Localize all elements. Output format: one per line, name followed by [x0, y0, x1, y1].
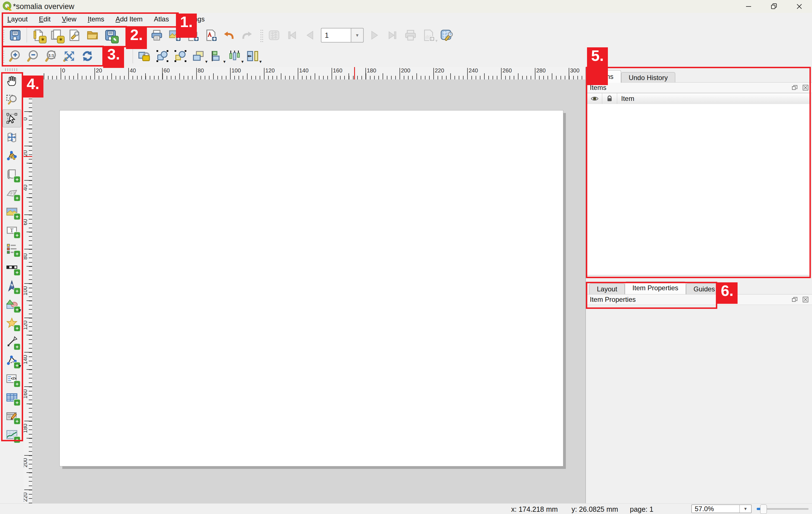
new-layout-button[interactable] [30, 27, 47, 44]
add-page-tool-button[interactable] [3, 166, 21, 183]
toolbox-grip[interactable] [5, 68, 19, 71]
resize-items-dropdown-icon[interactable] [259, 59, 262, 64]
zoom-out-button[interactable] [25, 47, 42, 65]
add-shape-tool-button[interactable] [3, 296, 21, 313]
add-shape-dropdown-icon[interactable] [19, 307, 21, 313]
menu-item[interactable]: Edit [33, 13, 56, 25]
restore-button[interactable] [761, 0, 787, 13]
layout-page[interactable] [59, 110, 563, 466]
menu-item[interactable]: View [56, 13, 82, 25]
previous-feature-button[interactable] [301, 27, 319, 44]
lock-items-button[interactable] [136, 47, 153, 65]
atlas-page-combo[interactable]: 1 [321, 28, 364, 42]
print-atlas-button[interactable] [402, 27, 419, 44]
atlas-page-dropdown-icon[interactable] [351, 28, 364, 42]
save-as-template-button[interactable] [102, 27, 119, 44]
zoom-full-button[interactable] [61, 47, 78, 65]
preview-atlas-button[interactable] [265, 27, 283, 44]
tab-layout[interactable]: Layout [589, 283, 625, 294]
toolbar-grip[interactable] [1, 49, 5, 63]
export-svg-button[interactable] [184, 27, 202, 44]
zoom-level-combo[interactable]: 57.0% [691, 505, 752, 513]
ungroup-items-button[interactable] [172, 47, 189, 65]
add-node-item-tool-button[interactable] [3, 352, 21, 369]
float-panel-icon[interactable] [790, 295, 799, 304]
zoom-region-tool-button[interactable] [3, 91, 21, 108]
menu-item[interactable]: Atlas [148, 13, 175, 25]
zoom-level-value[interactable]: 57.0% [692, 505, 739, 513]
tab-item-properties[interactable]: Item Properties [625, 281, 686, 294]
add-html-tool-button[interactable]: </> [3, 370, 21, 388]
add-attribute-table-tool-button[interactable] [3, 389, 21, 406]
print-layout-button[interactable] [148, 27, 166, 44]
zoom-slider-handle[interactable] [760, 505, 767, 514]
horizontal-ruler: 0204060801001201401601802002202402602803… [24, 67, 585, 80]
add-map-tool-button[interactable] [3, 184, 21, 202]
export-atlas-button[interactable] [420, 27, 437, 44]
add-legend-tool-button[interactable] [3, 240, 21, 258]
edit-nodes-item-tool-button[interactable] [3, 147, 21, 164]
add-marker-tool-button[interactable] [3, 314, 21, 332]
add-scalebar-tool-button[interactable] [3, 259, 21, 276]
statusbar: x: 174.218 mm y: 26.0825 mm page: 1 57.0… [0, 503, 812, 514]
export-pdf-button[interactable] [202, 27, 220, 44]
resize-items-button[interactable] [244, 47, 261, 65]
add-label-tool-button[interactable]: T [3, 221, 21, 239]
pan-layout-tool-button[interactable] [3, 72, 21, 90]
refresh-view-button[interactable] [79, 47, 96, 65]
minimize-button[interactable] [736, 0, 761, 13]
add-picture-tool-button[interactable] [3, 203, 21, 220]
export-atlas-dropdown-icon[interactable] [435, 38, 438, 43]
add-north-arrow-tool-button[interactable]: N [3, 277, 21, 295]
tab-guides[interactable]: Guides [686, 283, 723, 294]
layout-manager-button[interactable] [66, 27, 83, 44]
undo-button[interactable] [220, 27, 238, 44]
new-badge-icon [39, 36, 47, 43]
open-layout-button[interactable] [84, 27, 101, 44]
move-item-content-tool-button[interactable] [3, 128, 21, 146]
add-arrow-tool-button[interactable] [3, 333, 21, 351]
distribute-items-dropdown-icon[interactable] [241, 59, 243, 64]
svg-text:N: N [11, 283, 13, 287]
add-badge-icon [13, 399, 21, 406]
zoom-in-button[interactable] [6, 47, 24, 65]
tab-undo-history[interactable]: Undo History [621, 72, 675, 83]
add-fixed-table-tool-button[interactable] [3, 407, 21, 425]
align-items-dropdown-icon[interactable] [223, 59, 226, 64]
distribute-items-button[interactable] [226, 47, 243, 65]
last-feature-button[interactable] [384, 27, 401, 44]
raise-items-button[interactable] [190, 47, 207, 65]
toolbar-grip[interactable] [260, 28, 264, 42]
zoom-slider[interactable] [757, 504, 809, 514]
atlas-settings-button[interactable] [438, 27, 455, 44]
items-list[interactable] [587, 104, 810, 275]
items-table-header: Item [587, 93, 810, 104]
close-panel-icon[interactable] [801, 295, 810, 304]
save-layout-button[interactable] [6, 27, 24, 44]
export-image-button[interactable] [166, 27, 183, 44]
close-panel-icon[interactable] [801, 83, 810, 92]
redo-button[interactable] [238, 27, 256, 44]
add-elevation-profile-tool-button[interactable] [3, 426, 21, 444]
select-move-item-tool-button[interactable] [3, 109, 21, 127]
raise-items-dropdown-icon[interactable] [205, 59, 207, 64]
add-node-item-dropdown-icon[interactable] [19, 363, 21, 369]
next-feature-button[interactable] [366, 27, 383, 44]
zoom-combo-dropdown-icon[interactable] [739, 505, 751, 513]
menu-item[interactable]: Items [82, 13, 110, 25]
toolbar-grip[interactable] [1, 28, 5, 42]
ruler-label: 60 [164, 67, 170, 74]
tab-items[interactable]: Items [589, 70, 621, 83]
close-button[interactable] [787, 0, 812, 13]
menu-item[interactable]: Layout [2, 13, 33, 25]
layout-canvas[interactable] [32, 80, 585, 503]
menu-item[interactable]: Add Item [110, 13, 148, 25]
first-feature-button[interactable] [283, 27, 301, 44]
align-items-button[interactable] [208, 47, 225, 65]
duplicate-layout-button[interactable] [48, 27, 65, 44]
float-panel-icon[interactable] [790, 83, 799, 92]
group-items-button[interactable] [154, 47, 171, 65]
zoom-actual-size-button[interactable]: 1:1 [42, 47, 60, 65]
atlas-page-value[interactable]: 1 [321, 28, 351, 42]
menu-item[interactable]: Settings [175, 13, 210, 25]
